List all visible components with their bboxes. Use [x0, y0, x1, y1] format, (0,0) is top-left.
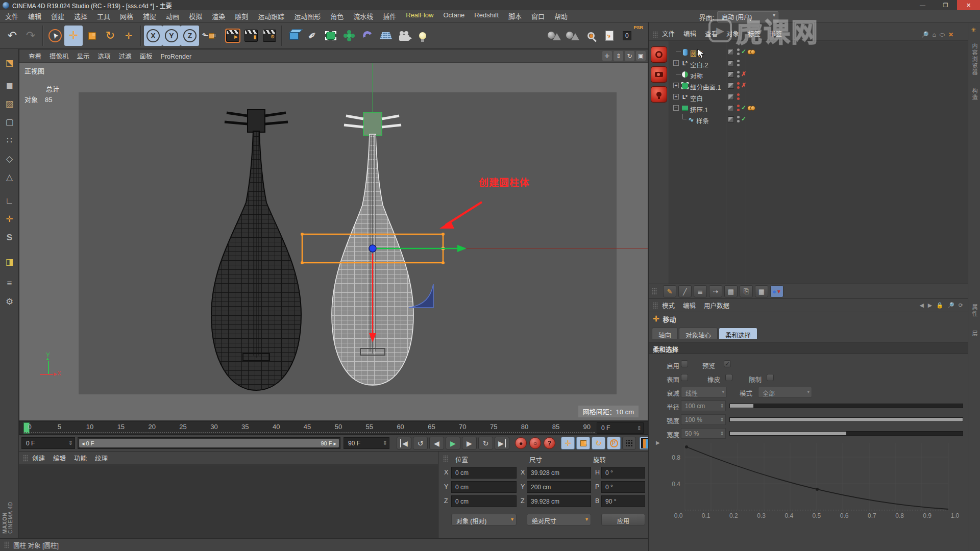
- interactive-region-icon[interactable]: [582, 26, 600, 46]
- enabled-check-icon[interactable]: [741, 115, 746, 122]
- menu-item[interactable]: 脚本: [508, 11, 522, 21]
- light-button[interactable]: [413, 26, 432, 46]
- strength-slider[interactable]: [729, 417, 963, 422]
- maximize-view-icon[interactable]: ▣: [636, 51, 646, 61]
- menu-item[interactable]: 流水线: [353, 11, 373, 21]
- object-row-null[interactable]: + 空白: [669, 91, 968, 103]
- prev-frame-icon[interactable]: ◀: [429, 437, 444, 449]
- frame-range-slider[interactable]: ◂ 0 F 90 F ▸: [78, 437, 340, 449]
- menu-item[interactable]: 雕刻: [235, 11, 248, 21]
- render-view-button[interactable]: ▶: [224, 26, 242, 46]
- record-objects-icon[interactable]: ●: [515, 437, 527, 449]
- position-x-field[interactable]: 0 cm: [451, 467, 517, 479]
- menu-item[interactable]: 插件: [383, 11, 396, 21]
- menu-item[interactable]: 动画: [166, 11, 179, 21]
- menu-item[interactable]: 模拟: [189, 11, 202, 21]
- rotation-b-field[interactable]: 90 °: [601, 495, 645, 507]
- keyframe-help-icon[interactable]: ?: [544, 437, 555, 449]
- settings-icon[interactable]: ⚙: [2, 294, 17, 310]
- key-rotation-icon[interactable]: ↻: [592, 437, 605, 449]
- panel-grip[interactable]: [23, 455, 28, 462]
- menu-item[interactable]: 帮助: [554, 11, 568, 21]
- menu-item[interactable]: 编辑: [28, 11, 41, 21]
- material-tag-icon[interactable]: [747, 105, 753, 112]
- viewport-menu-item[interactable]: ProRender: [161, 53, 191, 60]
- surface-checkbox[interactable]: [681, 374, 688, 381]
- menu-item[interactable]: 渲染: [212, 11, 225, 21]
- search-icon[interactable]: 🔎: [921, 31, 928, 38]
- autokey-icon[interactable]: ○: [529, 437, 541, 449]
- expand-icon[interactable]: +: [673, 94, 679, 99]
- shaded-view-icon[interactable]: [545, 26, 564, 46]
- object-manager-menu-item[interactable]: 对象: [726, 31, 739, 38]
- move-tool-button[interactable]: ✛: [64, 26, 83, 46]
- rotate-view-icon[interactable]: ↻: [625, 51, 634, 61]
- new-material-icon[interactable]: ✎: [663, 285, 676, 297]
- shader-balls-icon[interactable]: ●▼: [770, 285, 783, 297]
- rubber-checkbox[interactable]: [725, 374, 732, 381]
- tab-content-browser[interactable]: 内容浏览器: [970, 43, 978, 76]
- back-icon[interactable]: ◀: [919, 302, 923, 309]
- close-icon[interactable]: ✕: [948, 31, 953, 38]
- zoom-icon[interactable]: ⇕: [614, 51, 623, 61]
- object-row-subdivision[interactable]: + 细分曲面.1: [669, 80, 968, 91]
- object-row-cylinder[interactable]: 圆柱: [669, 46, 968, 58]
- end-frame-field[interactable]: 90 F: [344, 437, 389, 449]
- object-manager-menu-item[interactable]: 查看: [705, 31, 718, 38]
- model-mode-icon[interactable]: ◼: [2, 78, 17, 93]
- object-row-null2[interactable]: + 空白.2: [669, 58, 968, 69]
- visibility-dots[interactable]: [737, 105, 740, 113]
- enabled-check-icon[interactable]: [741, 48, 746, 55]
- material-menu-item[interactable]: 创建: [32, 455, 45, 462]
- tab-attributes[interactable]: 属性: [970, 304, 978, 317]
- object-manager-menu-item[interactable]: 编辑: [683, 31, 696, 38]
- lock-z-button[interactable]: Z: [181, 26, 199, 46]
- up-icon[interactable]: ⌂: [932, 31, 936, 38]
- layer-icon[interactable]: [728, 105, 734, 111]
- apply-button[interactable]: 应用: [601, 514, 645, 525]
- menu-item[interactable]: RealFlow: [406, 11, 433, 21]
- play-icon[interactable]: ▶: [446, 437, 460, 449]
- menu-item[interactable]: 创建: [51, 11, 64, 21]
- panel-grip[interactable]: [652, 288, 657, 295]
- floor-button[interactable]: [377, 26, 395, 46]
- rotation-p-field[interactable]: 0 °: [601, 481, 645, 493]
- tab-structure[interactable]: 构造: [970, 88, 978, 101]
- expand-icon[interactable]: +: [673, 83, 679, 88]
- width-slider[interactable]: [729, 431, 963, 436]
- tab-axis[interactable]: 轴向: [652, 328, 678, 339]
- export-page-icon[interactable]: [600, 26, 619, 46]
- points-mode-icon[interactable]: ∷: [2, 133, 17, 148]
- prev-key-icon[interactable]: ↺: [413, 437, 428, 449]
- expand-icon[interactable]: +: [673, 60, 679, 66]
- octane-light-icon[interactable]: [651, 86, 667, 103]
- section-header[interactable]: 柔和选择: [649, 342, 968, 354]
- forward-icon[interactable]: ▶: [928, 302, 932, 309]
- viewport-menu-item[interactable]: 摄像机: [50, 53, 69, 60]
- coordinate-system-icon[interactable]: ⬑: [199, 26, 217, 46]
- texture-mode-icon[interactable]: ▨: [2, 96, 17, 112]
- viewport-menu-item[interactable]: 面板: [140, 53, 153, 60]
- enable-checkbox[interactable]: [681, 360, 688, 367]
- layers-icon[interactable]: ≡: [2, 276, 17, 291]
- menu-item[interactable]: 运动跟踪: [258, 11, 284, 21]
- layer-icon[interactable]: [728, 49, 734, 55]
- size-mode-select[interactable]: 绝对尺寸: [527, 514, 591, 525]
- minimize-button[interactable]: —: [911, 0, 934, 10]
- edges-mode-icon[interactable]: ◇: [2, 151, 17, 167]
- snap-icon[interactable]: S: [2, 230, 17, 245]
- menu-item[interactable]: 运动图形: [294, 11, 321, 21]
- menu-item[interactable]: 网格: [120, 11, 133, 21]
- redo-icon[interactable]: ↷: [21, 26, 40, 46]
- viewport-menu-item[interactable]: 过滤: [119, 53, 132, 60]
- layer-icon[interactable]: [728, 71, 734, 78]
- attribute-menu-item[interactable]: 模式: [662, 303, 675, 310]
- layer-icon[interactable]: [728, 94, 734, 100]
- octane-camera-icon[interactable]: [651, 66, 667, 83]
- material-menu-item[interactable]: 纹理: [95, 455, 108, 462]
- shaded-lines-view-icon[interactable]: [564, 26, 582, 46]
- menu-item[interactable]: Octane: [443, 11, 464, 21]
- octane-liveviewer-icon[interactable]: [651, 46, 667, 63]
- last-tool-button[interactable]: ✛: [119, 26, 138, 46]
- axis-mode-icon[interactable]: ∟: [2, 193, 17, 209]
